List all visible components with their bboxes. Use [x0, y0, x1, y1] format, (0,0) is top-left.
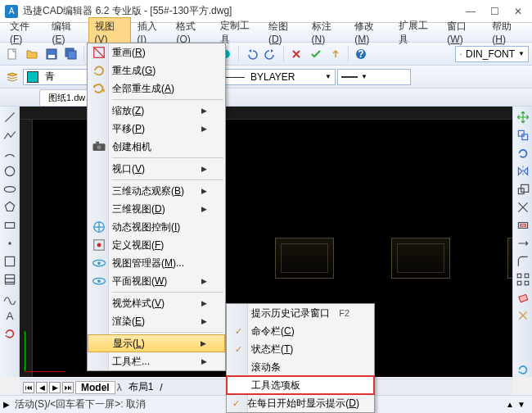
display-submenu-dropdown: 提示历史记录窗口F2✓命令栏(C)✓状态栏(T)滚动条工具选项板✓在每日开始时显… [226, 303, 375, 413]
move-tool-icon[interactable] [516, 110, 530, 125]
help-icon[interactable]: ? [352, 45, 370, 63]
view-menu-item[interactable]: 视觉样式(V)▶ [88, 294, 225, 312]
shortcut-label: F2 [339, 308, 349, 318]
view-menu-item[interactable]: 缩放(Z)▶ [88, 102, 225, 120]
rectangle-tool-icon[interactable] [2, 218, 17, 233]
view-menu-item[interactable]: 显示(L)▶ [88, 334, 225, 352]
menu-11[interactable]: 帮助(H) [485, 17, 529, 48]
modify-toolbar-right [512, 107, 532, 377]
view-menu-item[interactable]: 重画(R) [88, 43, 225, 61]
open-icon[interactable] [23, 45, 41, 63]
polyline-tool-icon[interactable] [2, 128, 17, 143]
cmd-up-icon[interactable]: ▲ [506, 400, 517, 409]
polygon-tool-icon[interactable] [2, 200, 17, 215]
up-icon[interactable] [327, 45, 345, 63]
menu-10[interactable]: 窗口(W) [440, 17, 485, 48]
ellipse-tool-icon[interactable] [2, 182, 17, 197]
explode-tool-icon[interactable] [516, 308, 530, 323]
menu-6[interactable]: 绘图(D) [262, 17, 305, 48]
tab-model[interactable]: Model [75, 381, 115, 394]
minimize-button[interactable]: — [466, 6, 476, 17]
font-combo[interactable]: DIN_FONT ▼ [455, 46, 529, 62]
spline-tool-icon[interactable] [2, 290, 17, 305]
view-menu-item[interactable]: 平移(P)▶ [88, 120, 225, 138]
svg-point-20 [8, 242, 11, 244]
arc-tool-icon[interactable] [2, 146, 17, 161]
draw-toolbar-left: A [0, 107, 20, 377]
submenu-arrow-icon: ▶ [201, 107, 207, 115]
blank-icon [230, 305, 246, 321]
space-tool-icon[interactable] [516, 326, 530, 341]
undo-icon[interactable] [242, 45, 260, 63]
tab-layout1[interactable]: 布局1 [124, 380, 159, 394]
menu-8[interactable]: 修改(M) [348, 17, 392, 48]
menu-item-label: 显示(L) [113, 337, 199, 351]
new-icon[interactable] [3, 45, 21, 63]
copy-tool-icon[interactable] [516, 128, 530, 143]
svg-rect-25 [521, 134, 527, 140]
text-tool-icon[interactable]: A [2, 308, 17, 323]
view-menu-item[interactable]: 动态视图控制(I) [88, 218, 225, 236]
tab-next-button[interactable]: ▶ [49, 382, 61, 393]
line-tool-icon[interactable] [2, 110, 17, 125]
file-tabs: 图纸1.dw… [0, 88, 532, 107]
circle-tool-icon[interactable] [2, 164, 17, 179]
ok-icon[interactable] [307, 45, 325, 63]
display-submenu-item[interactable]: 工具选项板 [227, 376, 374, 394]
trim-tool-icon[interactable] [516, 200, 530, 215]
view-menu-item[interactable]: 全部重生成(A) [88, 79, 225, 98]
point-tool-icon[interactable] [2, 236, 17, 251]
tab-prev-button[interactable]: ◀ [36, 382, 47, 393]
saveall-icon[interactable] [62, 45, 80, 63]
cmd-down-icon[interactable]: ▼ [517, 400, 529, 409]
tab-last-button[interactable]: ⏭ [62, 382, 74, 393]
view-menu-item[interactable]: 三维视图(D)▶ [88, 200, 225, 218]
view-menu-item[interactable]: 平面视图(W)▶ [88, 272, 225, 290]
view-menu-item[interactable]: 视口(V)▶ [88, 160, 225, 178]
view-menu-item[interactable]: 视图管理器(M)... [88, 254, 225, 272]
lineweight-combo[interactable]: ▼ [337, 69, 411, 85]
offset-tool-icon[interactable] [516, 218, 530, 233]
view-menu-item[interactable]: 工具栏...▶ [88, 352, 225, 370]
menu-7[interactable]: 标注(N) [305, 17, 349, 48]
menu-item-label: 平移(P) [112, 122, 200, 136]
submenu-arrow-icon: ▶ [201, 317, 207, 325]
fillet-tool-icon[interactable] [516, 254, 530, 269]
extend-tool-icon[interactable] [516, 236, 530, 251]
display-submenu-item[interactable]: ✓命令栏(C) [227, 322, 374, 340]
rotate-tool-icon[interactable] [516, 146, 530, 161]
rect2-tool-icon[interactable] [2, 254, 17, 269]
menu-1[interactable]: 编辑(E) [45, 17, 88, 48]
array-tool-icon[interactable] [516, 272, 530, 287]
display-submenu-item[interactable]: 滚动条 [227, 358, 374, 376]
mirror-tool-icon[interactable] [516, 164, 530, 179]
menu-item-label: 视口(V) [112, 162, 200, 176]
delete-icon[interactable] [287, 45, 305, 63]
erase-tool-icon[interactable] [516, 290, 530, 305]
tab-first-button[interactable]: ⏮ [23, 382, 34, 393]
view-menu-item[interactable]: 创建相机 [88, 138, 225, 156]
space2-tool-icon[interactable] [516, 344, 530, 359]
display-submenu-item[interactable]: 提示历史记录窗口F2 [227, 304, 374, 322]
display-submenu-item[interactable]: ✓在每日开始时显示提示(D) [227, 394, 374, 412]
linetype-combo[interactable]: ——— BYLAYER ▼ [213, 69, 336, 85]
hatch-tool-icon[interactable] [2, 272, 17, 287]
refresh-tool-icon[interactable] [2, 326, 17, 341]
maximize-button[interactable]: ☐ [490, 6, 499, 17]
menu-9[interactable]: 扩展工具 [392, 16, 440, 49]
close-button[interactable]: ✕ [514, 6, 522, 17]
menu-0[interactable]: 文件(F) [3, 17, 45, 48]
view-menu-item[interactable]: 定义视图(F) [88, 236, 225, 254]
blank-icon [91, 183, 107, 199]
refresh2-tool-icon[interactable] [516, 362, 530, 377]
scale-tool-icon[interactable] [516, 182, 530, 197]
view-menu-item[interactable]: 渲染(E)▶ [88, 312, 225, 330]
save-icon[interactable] [43, 45, 61, 63]
menu-item-label: 渲染(E) [112, 315, 200, 329]
view-menu-item[interactable]: 三维动态观察(B)▶ [88, 182, 225, 200]
layer-props-icon[interactable] [3, 68, 21, 86]
view-menu-item[interactable]: 重生成(G) [88, 61, 225, 79]
display-submenu-item[interactable]: ✓状态栏(T) [227, 340, 374, 358]
svg-rect-19 [5, 223, 14, 229]
redo-icon[interactable] [262, 45, 280, 63]
